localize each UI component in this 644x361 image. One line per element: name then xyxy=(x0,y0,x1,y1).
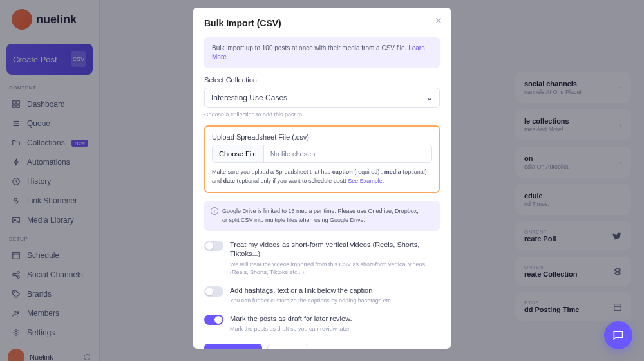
toggle-sub: Mark the posts as draft so you can revie… xyxy=(230,325,352,333)
select-value: Interesting Use Cases xyxy=(211,93,287,102)
note-date: date xyxy=(223,178,236,184)
select-collection-label: Select Collection xyxy=(204,76,440,84)
modal-overlay: Bulk Import (CSV) ✕ Bulk import up to 10… xyxy=(0,0,644,361)
drive-note-text: Google Drive is limited to 15 media per … xyxy=(222,208,419,223)
note-text: (optional only if you want to schedule p… xyxy=(235,178,348,184)
upload-note: Make sure you upload a Spreadsheet that … xyxy=(212,168,432,185)
chat-icon xyxy=(612,329,625,342)
upload-label: Upload Spreadsheet File (.csv) xyxy=(212,133,432,141)
note-text: . xyxy=(383,178,384,184)
toggle-draft-switch[interactable] xyxy=(204,315,223,325)
file-input-row: Choose File No file chosen xyxy=(212,145,432,163)
upload-group: Upload Spreadsheet File (.csv) Choose Fi… xyxy=(204,125,440,193)
bulk-import-modal: Bulk Import (CSV) ✕ Bulk import up to 10… xyxy=(193,8,451,349)
toggle-title: Add hashtags, text or a link below the c… xyxy=(230,286,394,295)
modal-title: Bulk Import (CSV) xyxy=(204,18,440,28)
close-icon: ✕ xyxy=(435,15,442,26)
note-text: (required) , xyxy=(353,169,384,175)
toggle-hashtags: Add hashtags, text or a link below the c… xyxy=(204,286,440,305)
banner-text: Bulk import up to 100 posts at once with… xyxy=(212,44,408,51)
info-banner: Bulk import up to 100 posts at once with… xyxy=(204,37,440,68)
file-chosen-text: No file chosen xyxy=(264,145,431,162)
chevron-down-icon: ⌄ xyxy=(426,93,433,102)
toggle-hashtags-switch[interactable] xyxy=(204,286,223,297)
chat-widget-button[interactable] xyxy=(604,321,632,349)
note-media: media xyxy=(384,169,401,175)
see-example-link[interactable]: See Example xyxy=(348,178,383,184)
cancel-button[interactable]: Cancel xyxy=(267,344,308,349)
toggle-title: Mark the posts as draft for later review… xyxy=(230,314,352,323)
import-posts-button[interactable]: Import Posts xyxy=(204,344,262,349)
toggle-sub: We will treat the videos imported from t… xyxy=(230,261,440,277)
note-text: Make sure you upload a Spreadsheet that … xyxy=(212,169,332,175)
toggle-sub: You can further customize the captions b… xyxy=(230,297,394,305)
collection-select[interactable]: Interesting Use Cases ⌄ xyxy=(204,88,440,108)
toggle-shortform-switch[interactable] xyxy=(204,241,223,251)
toggle-title: Treat my videos as short-form vertical v… xyxy=(230,240,440,259)
drive-limit-note: i Google Drive is limited to 15 media pe… xyxy=(204,201,440,231)
close-button[interactable]: ✕ xyxy=(435,15,442,26)
choose-file-button[interactable]: Choose File xyxy=(213,145,264,162)
toggle-draft: Mark the posts as draft for later review… xyxy=(204,314,440,333)
modal-actions: Import Posts Cancel xyxy=(204,344,440,349)
note-caption: caption xyxy=(332,169,353,175)
info-icon: i xyxy=(211,207,218,215)
toggle-shortform: Treat my videos as short-form vertical v… xyxy=(204,240,440,277)
select-hint: Choose a collection to add this post to. xyxy=(204,111,440,118)
